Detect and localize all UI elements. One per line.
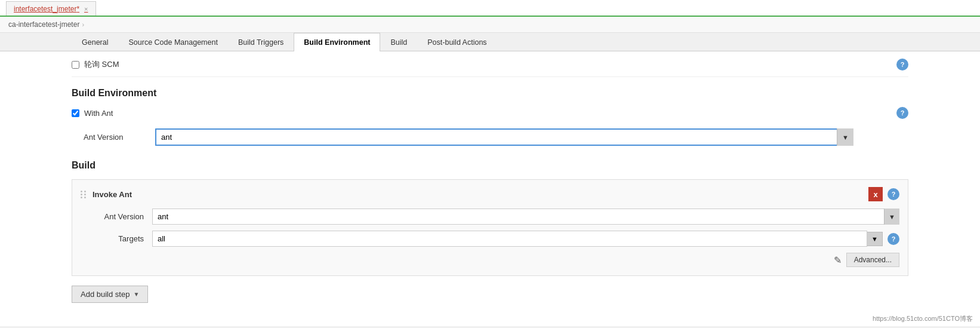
- targets-row: Targets all ▼ ?: [81, 231, 899, 247]
- invoke-ant-version-row: Ant Version ant ▼: [81, 209, 899, 225]
- add-build-step-row: Add build step ▼: [72, 286, 908, 303]
- tab-build-environment[interactable]: Build Environment: [294, 33, 380, 51]
- drag-dot: [81, 191, 82, 192]
- targets-help-icon[interactable]: ?: [887, 233, 899, 245]
- tab-build-triggers[interactable]: Build Triggers: [228, 33, 294, 51]
- top-tab-modified: *: [76, 5, 79, 13]
- build-env-ant-version-row: Ant Version ant ▼: [72, 125, 908, 149]
- advanced-row: ✎ Advanced...: [81, 253, 899, 267]
- drag-dot: [81, 194, 82, 195]
- targets-input-wrapper: all ▼: [152, 231, 883, 247]
- drag-dot: [84, 191, 86, 192]
- breadcrumb-item[interactable]: ca-interfacetest-jmeter: [8, 20, 79, 29]
- build-env-ant-version-select[interactable]: ant: [155, 128, 853, 146]
- breadcrumb-arrow: ›: [82, 21, 84, 28]
- breadcrumb: ca-interfacetest-jmeter ›: [0, 17, 980, 33]
- tab-build[interactable]: Build: [380, 33, 417, 51]
- invoke-ant-help-icon[interactable]: ?: [887, 188, 899, 200]
- build-env-ant-version-select-wrapper: ant ▼: [155, 128, 853, 146]
- poll-scm-checkbox[interactable]: [72, 61, 79, 69]
- targets-input[interactable]: all: [152, 231, 867, 247]
- delete-invoke-ant-button[interactable]: x: [868, 187, 883, 201]
- poll-scm-label: 轮询 SCM: [84, 59, 119, 70]
- targets-dropdown-button[interactable]: ▼: [867, 232, 883, 246]
- tab-source-code-management[interactable]: Source Code Management: [118, 33, 227, 51]
- invoke-ant-header: Invoke Ant x ?: [81, 187, 899, 201]
- build-section-heading: Build: [72, 160, 908, 171]
- invoke-ant-version-select-wrapper: ant ▼: [152, 209, 899, 225]
- with-ant-row: With Ant ?: [72, 107, 908, 119]
- add-build-step-dropdown-arrow: ▼: [133, 291, 139, 298]
- add-build-step-label: Add build step: [81, 290, 130, 299]
- targets-label: Targets: [81, 234, 152, 243]
- top-tab-bar: interfacetest_jmeter * ×: [0, 0, 980, 17]
- invoke-ant-version-select[interactable]: ant: [152, 209, 899, 225]
- build-env-ant-version-label: Ant Version: [84, 133, 155, 142]
- add-build-step-button[interactable]: Add build step ▼: [72, 286, 148, 303]
- watermark: https://blog.51cto.com/51CTO博客: [873, 314, 973, 323]
- top-tab-interfacetest-jmeter[interactable]: interfacetest_jmeter * ×: [6, 1, 96, 16]
- edit-icon-button[interactable]: ✎: [834, 255, 842, 266]
- poll-scm-row: 轮询 SCM ?: [72, 51, 908, 77]
- main-content: 轮询 SCM ? Build Environment With Ant ? An…: [0, 51, 980, 326]
- drag-dot: [81, 197, 82, 198]
- edit-icon: ✎: [834, 255, 842, 265]
- nav-tabs: General Source Code Management Build Tri…: [0, 33, 980, 51]
- drag-dot: [84, 194, 86, 195]
- invoke-ant-card: Invoke Ant x ? Ant Version ant ▼ Targets…: [72, 179, 908, 276]
- tab-post-build-actions[interactable]: Post-build Actions: [417, 33, 497, 51]
- build-environment-heading: Build Environment: [72, 88, 908, 99]
- poll-scm-help-icon[interactable]: ?: [896, 59, 908, 70]
- tab-general[interactable]: General: [72, 33, 118, 51]
- drag-dot: [84, 197, 86, 198]
- invoke-ant-title: Invoke Ant: [93, 190, 132, 199]
- with-ant-checkbox[interactable]: [72, 109, 79, 117]
- drag-handle[interactable]: [81, 191, 87, 198]
- advanced-button[interactable]: Advanced...: [846, 253, 899, 267]
- with-ant-help-icon[interactable]: ?: [896, 107, 908, 119]
- top-tab-close[interactable]: ×: [84, 5, 88, 13]
- top-tab-label: interfacetest_jmeter: [14, 5, 76, 13]
- invoke-ant-version-label: Ant Version: [81, 212, 152, 221]
- with-ant-label: With Ant: [84, 109, 113, 118]
